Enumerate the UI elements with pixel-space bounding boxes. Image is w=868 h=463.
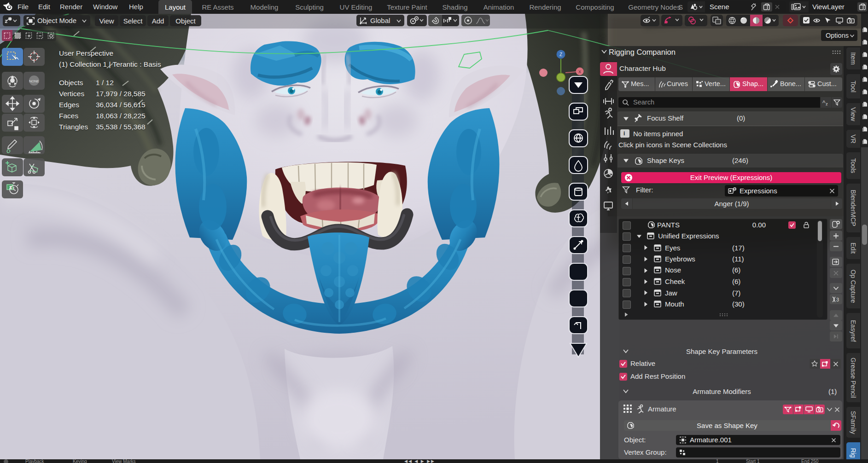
svg-text:X: X xyxy=(578,69,581,74)
svg-text:3: 3 xyxy=(836,297,839,302)
svg-text:z: z xyxy=(826,101,828,106)
svg-text:Z: Z xyxy=(10,186,12,189)
svg-text:NONE: NONE xyxy=(29,79,39,83)
svg-text:A: A xyxy=(822,99,826,104)
svg-text:Z: Z xyxy=(559,52,562,57)
